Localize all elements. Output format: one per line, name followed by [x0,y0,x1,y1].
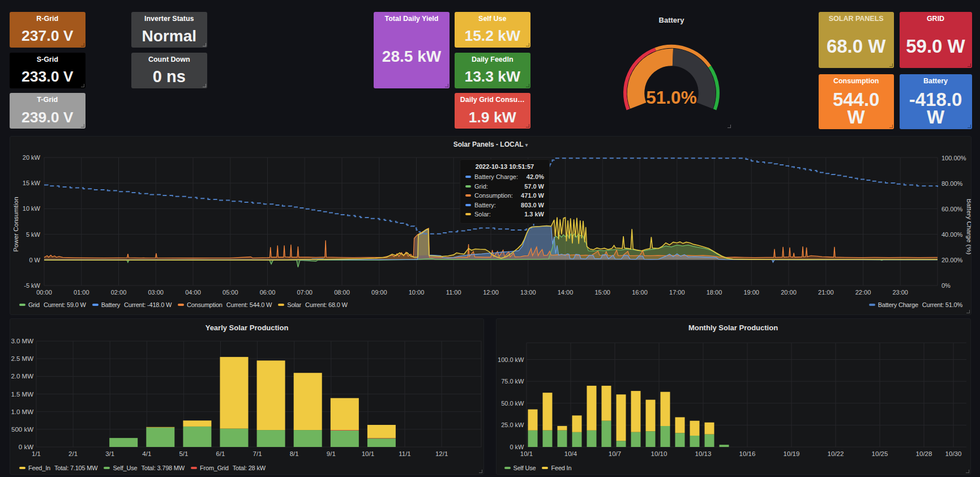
svg-text:11/1: 11/1 [399,450,411,457]
svg-text:3.0 MW: 3.0 MW [11,338,33,344]
svg-text:1.0 MW: 1.0 MW [11,408,33,415]
svg-text:15 kW: 15 kW [23,180,41,186]
svg-text:04:00: 04:00 [185,289,201,296]
svg-text:20 kW: 20 kW [23,154,41,161]
svg-text:Power Consumtion: Power Consumtion [12,197,19,252]
svg-text:2.0 MW: 2.0 MW [11,373,33,380]
svg-text:80.00%: 80.00% [942,180,963,187]
svg-text:2.5 MW: 2.5 MW [11,355,33,362]
svg-text:10/22: 10/22 [827,450,844,457]
svg-text:10/13: 10/13 [695,450,711,457]
svg-text:10/28: 10/28 [915,450,932,457]
svg-text:00:00: 00:00 [36,289,52,296]
svg-text:02:00: 02:00 [111,289,127,296]
svg-text:0 W: 0 W [29,257,40,263]
svg-text:100.00%: 100.00% [942,155,966,161]
svg-text:500 kW: 500 kW [11,426,33,433]
svg-text:18:00: 18:00 [707,289,722,296]
svg-text:10/30: 10/30 [945,450,961,457]
svg-text:3/1: 3/1 [105,450,114,457]
svg-text:0 kW: 0 kW [19,444,33,450]
svg-text:12:00: 12:00 [483,289,499,296]
svg-text:100.0 kW: 100.0 kW [498,356,524,363]
svg-text:10/25: 10/25 [871,450,888,457]
svg-text:10/16: 10/16 [739,450,755,457]
svg-text:0%: 0% [942,282,951,289]
svg-text:9/1: 9/1 [327,450,336,457]
svg-text:25.0 kW: 25.0 kW [501,421,524,428]
svg-text:10/10: 10/10 [651,450,667,457]
svg-text:51.0%: 51.0% [646,87,696,108]
svg-text:10/1: 10/1 [520,450,532,457]
svg-text:15:00: 15:00 [594,289,610,296]
svg-text:05:00: 05:00 [222,289,238,296]
svg-text:5 kW: 5 kW [26,231,41,238]
svg-text:01:00: 01:00 [74,289,89,296]
svg-text:75.0 kW: 75.0 kW [501,378,524,385]
svg-text:14:00: 14:00 [558,289,574,296]
svg-text:10/19: 10/19 [783,450,799,457]
svg-text:03:00: 03:00 [148,289,164,296]
svg-text:12/1: 12/1 [435,450,448,457]
svg-text:1.5 MW: 1.5 MW [11,391,33,398]
svg-text:23:00: 23:00 [892,289,908,296]
svg-text:40.00%: 40.00% [942,231,963,238]
svg-text:10 kW: 10 kW [23,205,41,212]
svg-text:4/1: 4/1 [142,450,151,457]
svg-text:17:00: 17:00 [669,289,685,296]
svg-text:8/1: 8/1 [290,450,299,457]
svg-text:0 kW: 0 kW [510,444,524,450]
svg-text:21:00: 21:00 [818,289,834,296]
svg-text:13:00: 13:00 [520,289,536,296]
svg-text:11:00: 11:00 [446,289,461,296]
svg-text:10/4: 10/4 [564,450,577,457]
svg-text:50.0 kW: 50.0 kW [501,400,524,407]
svg-text:-5 kW: -5 kW [24,282,40,289]
svg-text:7/1: 7/1 [253,450,262,457]
svg-text:08:00: 08:00 [334,289,350,296]
svg-text:2/1: 2/1 [69,450,78,457]
svg-text:6/1: 6/1 [216,450,225,457]
svg-text:Battery Charge (%): Battery Charge (%) [966,199,971,255]
svg-text:10:00: 10:00 [409,289,425,296]
svg-text:09:00: 09:00 [371,289,387,296]
svg-text:1/1: 1/1 [32,450,41,457]
svg-text:60.00%: 60.00% [942,206,963,212]
svg-text:10/7: 10/7 [608,450,620,457]
svg-text:07:00: 07:00 [297,289,313,296]
svg-text:10/1: 10/1 [362,450,374,457]
svg-text:22:00: 22:00 [855,289,871,296]
svg-text:20:00: 20:00 [781,289,797,296]
svg-text:5/1: 5/1 [179,450,188,457]
svg-text:19:00: 19:00 [743,289,759,296]
svg-text:20.00%: 20.00% [942,257,963,263]
svg-text:16:00: 16:00 [632,289,648,296]
svg-text:06:00: 06:00 [260,289,276,296]
